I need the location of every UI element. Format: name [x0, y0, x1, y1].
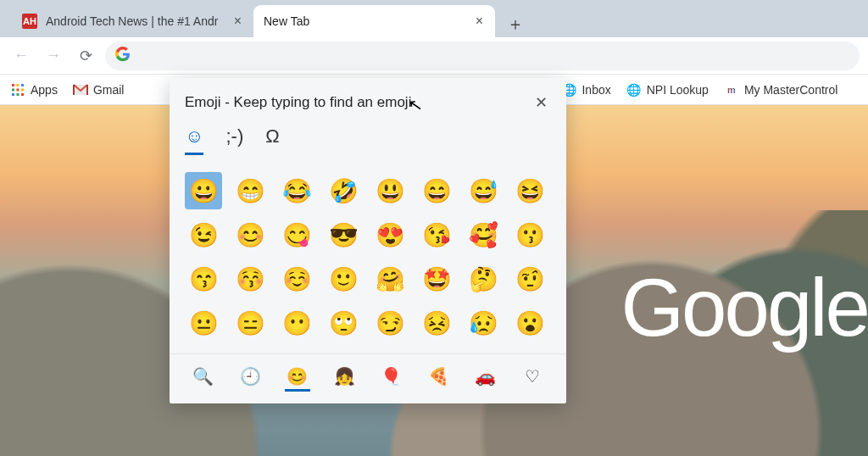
emoji-cell[interactable]: 🤨: [511, 260, 548, 298]
emoji-cell[interactable]: 😀: [185, 172, 222, 209]
back-button[interactable]: ←: [8, 43, 34, 69]
people-cat[interactable]: 👧: [331, 363, 357, 392]
emoji-cell[interactable]: 😂: [278, 172, 315, 209]
food-cat[interactable]: 🍕: [426, 363, 451, 392]
bookmark-inbox[interactable]: 🌐 Inbox: [561, 82, 610, 97]
svg-rect-1: [17, 84, 19, 86]
emoji-cell[interactable]: 😗: [511, 216, 548, 253]
svg-rect-7: [17, 93, 19, 96]
emoji-category-bar: 🔍🕘😊👧🎈🍕🚗♡: [170, 353, 566, 403]
omnibox[interactable]: [105, 42, 860, 70]
bookmark-apps[interactable]: Apps: [10, 82, 58, 97]
emoji-cell[interactable]: 😏: [371, 304, 409, 342]
emoji-picker: Emoji - Keep typing to find an emoji ✕ ☺…: [170, 78, 566, 403]
emoji-cell[interactable]: 😊: [231, 216, 269, 253]
tab-favicon-ah: AH: [22, 14, 37, 29]
emoji-cell[interactable]: 🤔: [465, 260, 502, 298]
emoji-picker-title: Emoji - Keep typing to find an emoji: [185, 94, 531, 111]
address-input[interactable]: [139, 42, 849, 70]
emoji-cell[interactable]: 😁: [231, 172, 269, 209]
svg-rect-4: [17, 88, 19, 91]
svg-rect-2: [21, 84, 24, 86]
emoji-picker-top-tabs: ☺;-)Ω: [170, 120, 566, 164]
bookmark-gmail[interactable]: Gmail: [73, 82, 125, 97]
emoji-cell[interactable]: 😣: [418, 304, 455, 342]
emoji-cell[interactable]: 🤗: [371, 260, 409, 298]
tab-strip: AH Android Tech News | the #1 Andr × New…: [0, 0, 868, 37]
globe-icon: 🌐: [626, 82, 642, 97]
apps-icon: [10, 82, 25, 97]
emoji-cell[interactable]: 😎: [325, 216, 362, 253]
close-icon[interactable]: ×: [232, 13, 243, 30]
smileys-cat[interactable]: 😊: [285, 363, 310, 392]
forward-button[interactable]: →: [41, 43, 66, 69]
emoji-cell[interactable]: 😍: [371, 216, 409, 253]
svg-rect-6: [12, 93, 14, 96]
svg-rect-0: [12, 84, 14, 86]
bookmark-label: NPI Lookup: [647, 83, 709, 97]
bookmark-label: Apps: [31, 83, 58, 97]
emoji-cell[interactable]: 😄: [418, 172, 455, 209]
symbols-cat[interactable]: ♡: [520, 363, 545, 392]
tab-title: New Tab: [264, 14, 465, 28]
emoji-grid: 😀😁😂🤣😃😄😅😆😉😊😋😎😍😘🥰😗😙😚☺️🙂🤗🤩🤔🤨😐😑😶🙄😏😣😥😮: [170, 164, 566, 353]
emoji-cell[interactable]: 😆: [511, 172, 548, 209]
gmail-icon: [73, 82, 88, 97]
google-logo: Google: [620, 261, 868, 354]
travel-cat[interactable]: 🚗: [473, 363, 498, 392]
emoji-cell[interactable]: 😚: [231, 260, 269, 298]
svg-rect-5: [21, 88, 24, 91]
emoji-cell[interactable]: ☺️: [278, 260, 315, 298]
bookmark-mastercontrol[interactable]: m My MasterControl: [724, 82, 837, 97]
emoji-cell[interactable]: 😐: [185, 304, 222, 342]
reload-button[interactable]: ⟳: [73, 43, 98, 69]
svg-rect-8: [21, 93, 24, 96]
emoji-cell[interactable]: 😉: [185, 216, 222, 253]
bookmark-label: Gmail: [93, 83, 125, 97]
mastercontrol-icon: m: [724, 82, 739, 97]
toolbar: ← → ⟳: [0, 37, 868, 75]
google-icon: [115, 47, 131, 65]
bookmark-npi-lookup[interactable]: 🌐 NPI Lookup: [626, 82, 709, 97]
emoji-cell[interactable]: 😙: [185, 260, 222, 298]
emoji-cell[interactable]: 😅: [465, 172, 502, 209]
search-cat[interactable]: 🔍: [191, 363, 216, 392]
svg-rect-3: [12, 88, 14, 91]
close-icon[interactable]: ×: [474, 13, 485, 30]
emoji-cell[interactable]: 🥰: [465, 216, 502, 253]
emoji-cell[interactable]: 😃: [371, 172, 409, 209]
tab-android-tech-news[interactable]: AH Android Tech News | the #1 Andr ×: [12, 5, 253, 37]
emoji-tab[interactable]: ☺: [185, 125, 203, 155]
emoji-cell[interactable]: 🤩: [418, 260, 455, 298]
emoji-cell[interactable]: 🙂: [325, 260, 362, 298]
emoji-cell[interactable]: 🤣: [325, 172, 362, 209]
bookmark-label: My MasterControl: [744, 83, 837, 97]
emoji-cell[interactable]: 😘: [418, 216, 455, 253]
new-tab-button[interactable]: ＋: [502, 10, 529, 37]
tab-title: Android Tech News | the #1 Andr: [46, 14, 224, 28]
emoji-cell[interactable]: 😥: [465, 304, 502, 342]
recent-cat[interactable]: 🕘: [237, 363, 263, 392]
kaomoji-tab[interactable]: ;-): [225, 125, 243, 155]
events-cat[interactable]: 🎈: [379, 363, 404, 392]
emoji-cell[interactable]: 😋: [278, 216, 315, 253]
tab-new-tab[interactable]: New Tab ×: [253, 5, 495, 37]
emoji-cell[interactable]: 😑: [231, 304, 269, 342]
emoji-cell[interactable]: 🙄: [325, 304, 362, 342]
close-icon[interactable]: ✕: [531, 90, 551, 115]
emoji-cell[interactable]: 😶: [278, 304, 315, 342]
symbols-tab[interactable]: Ω: [265, 125, 279, 155]
emoji-cell[interactable]: 😮: [511, 304, 548, 342]
bookmark-label: Inbox: [581, 83, 610, 97]
